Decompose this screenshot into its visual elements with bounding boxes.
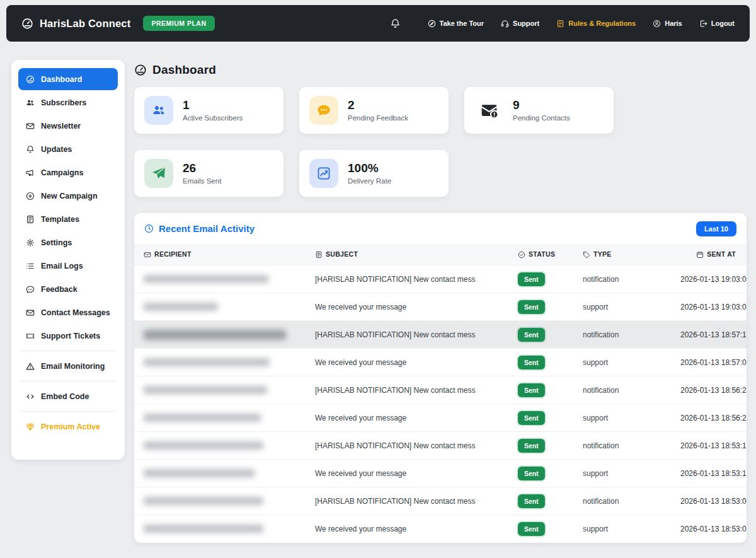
redacted-recipient: [144, 386, 267, 394]
nav-item[interactable]: Logout: [699, 20, 735, 28]
sent-at-cell: 2026-01-13 19:03:07: [680, 265, 747, 293]
gauge-icon: [134, 64, 147, 76]
stat-card: 100% Delivery Rate: [299, 150, 449, 197]
sidebar-item[interactable]: Email Logs: [18, 255, 118, 277]
sidebar-item[interactable]: Feedback: [18, 278, 118, 300]
column-header-label: SENT AT: [707, 250, 736, 258]
email-activity-table: RECIPIENT SUBJECT STATUS TYPE: [134, 244, 747, 543]
type-cell: support: [573, 349, 680, 376]
gem-icon: [26, 422, 35, 431]
calendar-icon: [696, 251, 704, 259]
redacted-recipient: [144, 275, 268, 283]
nav-item[interactable]: Rules & Regulations: [556, 20, 636, 28]
table-row[interactable]: We received your message Sent support 20…: [134, 404, 747, 432]
nav-menu: Take the Tour Support Rules & Regulation…: [428, 20, 735, 28]
send-icon: [152, 166, 166, 180]
column-header: STATUS: [508, 244, 573, 265]
recipient-cell: [134, 460, 306, 487]
table-row[interactable]: [HARISLAB NOTIFICATION] New contact mess…: [134, 487, 747, 515]
sidebar-item-label: Updates: [41, 145, 72, 154]
status-badge: Sent: [518, 439, 545, 453]
redacted-recipient: [144, 358, 270, 366]
sidebar-item[interactable]: Support Tickets: [18, 325, 118, 347]
sidebar-item-label: New Campaign: [41, 192, 98, 201]
gauge-icon: [21, 18, 33, 30]
redacted-recipient: [144, 469, 255, 477]
nav-item[interactable]: Take the Tour: [428, 20, 484, 28]
subject-cell: [HARISLAB NOTIFICATION] New contact mess: [306, 487, 508, 515]
stat-label: Pending Contacts: [513, 114, 570, 122]
sidebar-item-label: Feedback: [41, 285, 77, 294]
sidebar-item[interactable]: Settings: [18, 231, 118, 253]
recipient-cell: [134, 515, 306, 543]
status-cell: Sent: [508, 293, 573, 321]
page-title-row: Dashboard: [134, 63, 747, 77]
status-badge: Sent: [518, 356, 545, 369]
sent-at-cell: 2026-01-13 18:57:10: [680, 321, 747, 349]
subject-cell: [HARISLAB NOTIFICATION] New contact mess: [306, 265, 508, 293]
sidebar-item[interactable]: Newsletter: [18, 115, 118, 137]
sent-at-cell: 2026-01-13 18:53:12: [680, 460, 747, 487]
clock-icon: [144, 224, 154, 233]
sidebar: Dashboard Subscribers Newsletter Updates…: [11, 60, 125, 460]
stat-card: 9 Pending Contacts: [464, 87, 614, 134]
sidebar-item[interactable]: Premium Active: [18, 416, 118, 438]
table-row[interactable]: [HARISLAB NOTIFICATION] New contact mess…: [134, 376, 747, 404]
sent-at-cell: 2026-01-13 18:53:13: [680, 432, 747, 460]
table-row[interactable]: We received your message Sent support 20…: [134, 349, 747, 376]
sidebar-item-label: Premium Active: [41, 422, 100, 431]
subject-cell: We received your message: [306, 404, 508, 432]
sidebar-item-label: Contact Messages: [41, 308, 110, 317]
subject-cell: [HARISLAB NOTIFICATION] New contact mess: [306, 321, 508, 349]
table-row[interactable]: We received your message Sent support 20…: [134, 460, 747, 487]
sidebar-item-label: Email Logs: [41, 262, 83, 270]
file-text-icon: [315, 251, 323, 259]
bell-icon[interactable]: [390, 18, 401, 29]
sidebar-item-label: Subscribers: [41, 98, 86, 107]
activity-header: Recent Email Activity Last 10: [134, 213, 747, 244]
chat-dots-icon: [317, 103, 331, 117]
warning-icon: [26, 362, 35, 371]
plus-circle-icon: [26, 192, 35, 201]
nav-item[interactable]: Haris: [653, 20, 682, 28]
status-badge: Sent: [518, 383, 545, 397]
column-header-label: STATUS: [529, 250, 555, 258]
table-row[interactable]: [HARISLAB NOTIFICATION] New contact mess…: [134, 432, 747, 460]
sidebar-item-label: Campaigns: [41, 168, 83, 177]
sidebar-item[interactable]: Subscribers: [18, 91, 118, 113]
sidebar-item[interactable]: New Campaign: [18, 185, 118, 207]
page-title: Dashboard: [152, 63, 216, 77]
nav-item[interactable]: Support: [501, 20, 539, 28]
envelope-icon: [144, 251, 151, 259]
recent-email-activity-card: Recent Email Activity Last 10 RECIPIENT: [134, 213, 747, 543]
nav-item-label: Support: [513, 20, 539, 27]
sidebar-item[interactable]: Embed Code: [18, 385, 118, 407]
sent-at-cell: 2026-01-13 18:57:09: [680, 349, 747, 376]
sidebar-item[interactable]: Contact Messages: [18, 301, 118, 323]
sidebar-item[interactable]: Dashboard: [18, 68, 118, 90]
stat-value: 26: [183, 162, 221, 175]
subject-cell: We received your message: [306, 515, 508, 543]
sidebar-item[interactable]: Email Monitoring: [18, 355, 118, 377]
file-text-icon: [556, 20, 564, 28]
redacted-recipient: [144, 525, 263, 533]
table-row[interactable]: We received your message Sent support 20…: [134, 515, 747, 543]
sidebar-item[interactable]: Campaigns: [18, 161, 118, 183]
stat-label: Emails Sent: [183, 177, 221, 185]
sidebar-item[interactable]: Updates: [18, 138, 118, 160]
person-circle-icon: [653, 20, 661, 28]
stat-text: 100% Delivery Rate: [348, 162, 391, 185]
table-row[interactable]: [HARISLAB NOTIFICATION] New contact mess…: [134, 265, 747, 293]
gauge-icon: [26, 75, 35, 84]
compass-icon: [428, 20, 436, 28]
sidebar-item[interactable]: Templates: [18, 208, 118, 230]
column-header-label: RECIPIENT: [154, 250, 192, 258]
last-10-filter-button[interactable]: Last 10: [696, 221, 736, 236]
table-row[interactable]: We received your message Sent support 20…: [134, 293, 747, 321]
stat-value: 1: [183, 99, 243, 112]
recipient-cell: [134, 349, 306, 376]
status-cell: Sent: [508, 376, 573, 404]
status-badge: Sent: [518, 522, 545, 536]
table-row[interactable]: [HARISLAB NOTIFICATION] New contact mess…: [134, 321, 747, 349]
people-icon: [152, 103, 166, 117]
